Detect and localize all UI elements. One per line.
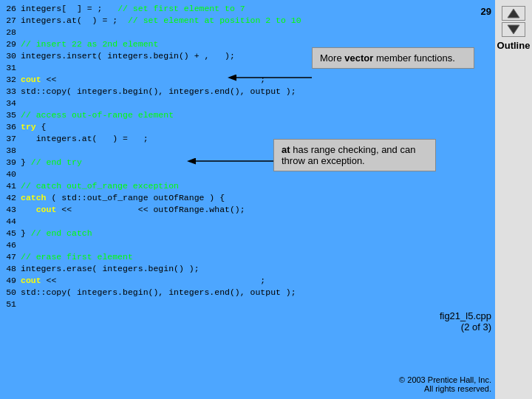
vector-tooltip: More vector member functions.: [312, 47, 474, 69]
fig-label-line1: fig21_l5.cpp: [440, 310, 491, 321]
code-line-46: 46: [0, 239, 495, 251]
line-num-48: 48: [0, 263, 21, 275]
right-panel: Outline: [495, 0, 532, 399]
vector-tooltip-text: More vector member functions.: [320, 52, 455, 64]
line-num-41: 41: [0, 180, 21, 192]
code-line-34: 34: [0, 98, 495, 109]
code-line-41: 41 // catch out_of_range exception: [0, 180, 495, 192]
code-line-49: 49 cout << ;: [0, 275, 495, 287]
code-content-48: integers.erase( integers.begin() );: [21, 263, 495, 275]
line-num-39: 39: [0, 157, 21, 168]
at-tooltip: at has range checking, and can throw an …: [273, 139, 436, 171]
line-num-50: 50: [0, 287, 21, 299]
code-content-45: } // end catch: [21, 228, 495, 239]
line-num-43: 43: [0, 204, 21, 216]
line-num-31: 31: [0, 62, 21, 74]
code-line-35: 35 // access out-of-range element: [0, 109, 495, 121]
outline-label: Outline: [497, 40, 531, 51]
line-num-45: 45: [0, 228, 21, 239]
code-line-26: 26 integers[ ] = ; // set first element …: [0, 3, 495, 15]
line-num-51: 51: [0, 299, 21, 310]
code-line-33: 33 std::copy( integers.begin(), integers…: [0, 86, 495, 98]
code-line-28: 28: [0, 27, 495, 38]
fig-label-line2: (2 of 3): [440, 321, 491, 332]
down-arrow-icon: [507, 24, 520, 35]
code-line-27: 27 integers.at( ) = ; // set element at …: [0, 15, 495, 27]
line-num-32: 32: [0, 74, 21, 86]
code-content-32: cout << ;: [21, 74, 495, 86]
line-num-44: 44: [0, 216, 21, 228]
code-line-45: 45 } // end catch: [0, 228, 495, 239]
code-content-43: cout << << outOfRange.what();: [21, 204, 495, 216]
up-arrow-icon: [507, 8, 520, 18]
line-num-35: 35: [0, 109, 21, 121]
line-num-42: 42: [0, 192, 21, 204]
line-num-34: 34: [0, 98, 21, 109]
line-num-49: 49: [0, 275, 21, 287]
code-content-50: std::copy( integers.begin(), integers.en…: [21, 287, 495, 299]
code-line-43: 43 cout << << outOfRange.what();: [0, 204, 495, 216]
code-line-42: 42 catch ( std::out_of_range outOfRange …: [0, 192, 495, 204]
outline-up-button[interactable]: [502, 6, 525, 21]
code-content-27: integers.at( ) = ; // set element at pos…: [21, 15, 495, 27]
at-tooltip-text: at has range checking, and can throw an …: [282, 144, 415, 166]
code-content-33: std::copy( integers.begin(), integers.en…: [21, 86, 495, 98]
line-num-47: 47: [0, 251, 21, 263]
copyright-line2: All rights reserved.: [399, 384, 491, 393]
line-num-33: 33: [0, 86, 21, 98]
code-line-51: 51: [0, 299, 495, 310]
code-line-44: 44: [0, 216, 495, 228]
code-content-49: cout << ;: [21, 275, 495, 287]
code-line-47: 47 // erase first element: [0, 251, 495, 263]
svg-marker-3: [508, 25, 519, 34]
page-number: 29: [481, 6, 491, 17]
line-num-27: 27: [0, 15, 21, 27]
line-num-38: 38: [0, 145, 21, 157]
code-line-36: 36 try {: [0, 121, 495, 133]
line-num-28: 28: [0, 27, 21, 38]
line-num-26: 26: [0, 3, 21, 15]
code-content-47: // erase first element: [21, 251, 495, 263]
code-content-36: try {: [21, 121, 495, 133]
copyright: © 2003 Prentice Hall, Inc. All rights re…: [399, 375, 491, 393]
code-content-41: // catch out_of_range exception: [21, 180, 495, 192]
line-num-46: 46: [0, 239, 21, 251]
code-content-26: integers[ ] = ; // set first element to …: [21, 3, 495, 15]
copyright-line1: © 2003 Prentice Hall, Inc.: [399, 375, 491, 384]
line-num-29: 29: [0, 38, 21, 50]
line-num-37: 37: [0, 133, 21, 145]
code-line-48: 48 integers.erase( integers.begin() );: [0, 263, 495, 275]
code-line-50: 50 std::copy( integers.begin(), integers…: [0, 287, 495, 299]
code-line-32: 32 cout << ;: [0, 74, 495, 86]
fig-label: fig21_l5.cpp (2 of 3): [440, 310, 491, 332]
code-content-42: catch ( std::out_of_range outOfRange ) {: [21, 192, 495, 204]
outline-down-button[interactable]: [502, 22, 525, 37]
svg-marker-2: [508, 9, 519, 18]
line-num-40: 40: [0, 168, 21, 180]
code-content-35: // access out-of-range element: [21, 109, 495, 121]
line-num-36: 36: [0, 121, 21, 133]
line-num-30: 30: [0, 50, 21, 62]
